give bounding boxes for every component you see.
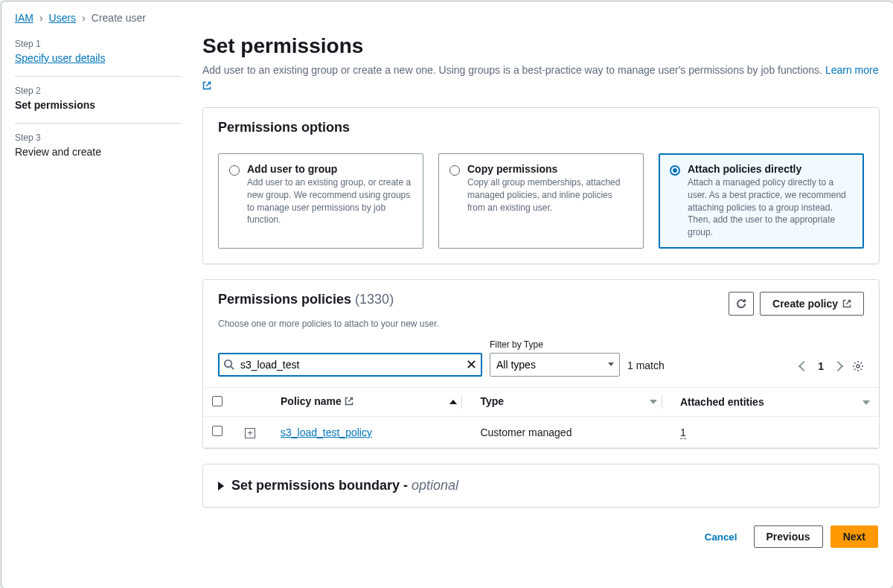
breadcrumb-current: Create user	[92, 12, 146, 24]
breadcrumb-users[interactable]: Users	[49, 12, 77, 24]
permissions-policies-panel: Permissions policies (1330) Create polic…	[202, 279, 880, 449]
svg-point-0	[225, 360, 231, 367]
clear-search-icon[interactable]	[466, 359, 477, 370]
refresh-button[interactable]	[729, 292, 754, 316]
filter-type-label: Filter by Type	[490, 339, 620, 350]
page-title: Set permissions	[202, 34, 880, 58]
refresh-icon	[735, 298, 747, 310]
create-policy-button[interactable]: Create policy	[760, 292, 864, 316]
match-count: 1 match	[627, 359, 665, 377]
policy-search-input[interactable]	[218, 353, 482, 377]
policies-count: (1330)	[355, 292, 394, 307]
table-row: + s3_load_test_policy Customer managed 1	[203, 417, 879, 448]
sort-icon	[862, 400, 870, 405]
step-3-label: Step 3	[15, 132, 182, 143]
policy-link[interactable]: s3_load_test_policy	[281, 426, 372, 438]
row-checkbox[interactable]	[212, 426, 223, 436]
radio-icon	[670, 165, 680, 176]
external-link-icon	[842, 299, 851, 308]
breadcrumb: IAM › Users › Create user	[1, 1, 893, 30]
col-attached-entities[interactable]: Attached entities	[671, 387, 879, 416]
permissions-boundary-panel[interactable]: Set permissions boundary - optional	[202, 464, 880, 508]
sort-asc-icon	[449, 400, 457, 404]
svg-point-1	[857, 365, 860, 368]
cancel-button[interactable]: Cancel	[696, 525, 746, 548]
sort-icon	[650, 400, 657, 404]
step-1-label: Step 1	[15, 39, 182, 49]
chevron-right-icon	[833, 361, 843, 371]
wizard-steps: Step 1 Specify user details Step 2 Set p…	[1, 30, 195, 588]
caret-right-icon	[218, 482, 224, 490]
step-3-title: Review and create	[15, 146, 182, 158]
radio-icon	[229, 165, 240, 176]
page-subtitle: Add user to an existing group or create …	[202, 63, 880, 94]
policies-subtext: Choose one or more policies to attach to…	[203, 319, 879, 339]
step-2-label: Step 2	[15, 86, 182, 96]
chevron-right-icon: ›	[82, 12, 86, 24]
expand-row-icon[interactable]: +	[245, 428, 255, 438]
search-icon	[223, 359, 234, 370]
page-next[interactable]	[834, 359, 842, 373]
step-2-current: Set permissions	[15, 99, 182, 111]
policies-heading: Permissions policies	[218, 292, 351, 307]
option-attach-directly[interactable]: Attach policies directly Attach a manage…	[659, 153, 864, 249]
select-all-checkbox[interactable]	[212, 396, 223, 406]
page-number: 1	[818, 360, 824, 372]
permissions-options-heading: Permissions options	[203, 108, 879, 144]
caret-down-icon	[608, 362, 614, 366]
attached-entities-count[interactable]: 1	[680, 426, 686, 439]
policies-table: Policy name Type Attached entities	[203, 387, 879, 448]
external-link-icon	[345, 397, 353, 406]
chevron-right-icon: ›	[39, 12, 43, 24]
policy-type: Customer managed	[471, 417, 670, 448]
option-add-to-group[interactable]: Add user to group Add user to an existin…	[218, 153, 423, 249]
settings-icon[interactable]	[852, 360, 864, 372]
option-copy-permissions[interactable]: Copy permissions Copy all group membersh…	[438, 153, 644, 249]
page-prev[interactable]	[800, 359, 807, 373]
previous-button[interactable]: Previous	[754, 525, 823, 548]
chevron-left-icon	[798, 361, 809, 371]
radio-icon	[449, 165, 460, 176]
col-policy-name[interactable]: Policy name	[272, 387, 471, 416]
next-button[interactable]: Next	[830, 525, 878, 548]
breadcrumb-iam[interactable]: IAM	[15, 12, 33, 24]
step-1-link[interactable]: Specify user details	[15, 52, 182, 64]
col-type[interactable]: Type	[471, 387, 670, 416]
filter-type-select[interactable]: All types	[490, 353, 620, 377]
external-link-icon	[202, 81, 211, 90]
permissions-options-panel: Permissions options Add user to group Ad…	[202, 107, 880, 264]
